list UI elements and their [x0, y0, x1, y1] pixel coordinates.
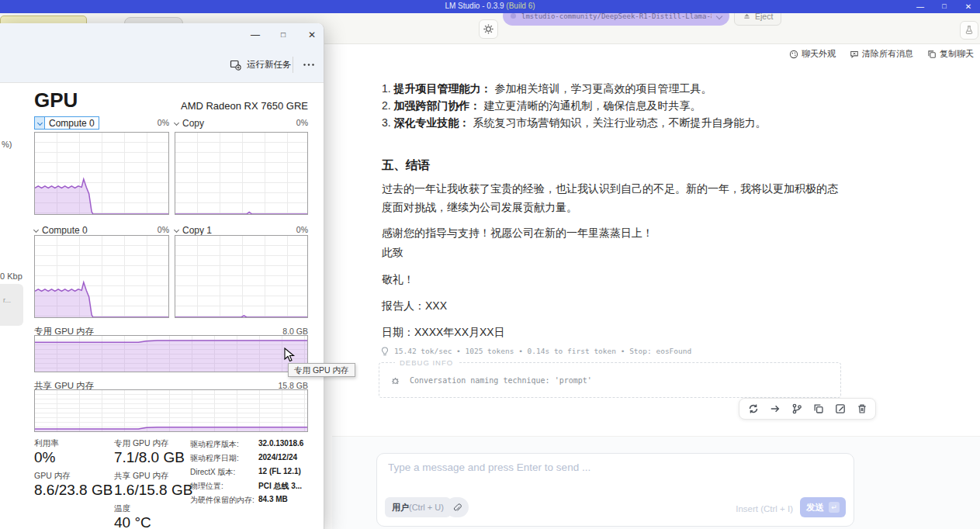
dedicated-memory-chart[interactable] — [34, 335, 308, 372]
edit-button[interactable] — [834, 403, 846, 415]
run-new-task-label: 运行新任务 — [247, 59, 292, 71]
stat-label: 专用 GPU 内存 — [114, 438, 169, 449]
maximize-icon[interactable]: □ — [933, 0, 956, 13]
message-actions — [739, 398, 876, 420]
clear-messages-label: 清除所有消息 — [862, 48, 913, 60]
stat-label: GPU 内存 — [34, 471, 71, 482]
task-manager-toolbar: 运行新任务 — [0, 47, 324, 83]
toolbar-divider — [293, 57, 293, 73]
settings-button[interactable] — [479, 19, 498, 39]
stat-label: 利用率 — [34, 438, 59, 449]
copy-chat-button[interactable]: 复制聊天 — [927, 48, 974, 60]
engine-utilization: 0% — [146, 225, 169, 234]
shared-memory-chart[interactable] — [34, 389, 308, 432]
continue-arrow-icon — [770, 403, 781, 414]
regenerate-button[interactable] — [747, 403, 759, 415]
return-key-icon: ↵ — [829, 502, 840, 513]
minimize-icon[interactable]: — — [909, 0, 932, 13]
paragraph: 此致 — [382, 244, 838, 262]
gpu-copy1-chart[interactable] — [175, 235, 308, 318]
stats-text: 15.42 tok/sec • 1025 tokens • 0.14s to f… — [394, 347, 691, 355]
mouse-cursor-icon — [284, 347, 296, 363]
continue-button[interactable] — [769, 403, 781, 415]
gpu-page-title: GPU — [34, 88, 78, 112]
debug-text: Conversation naming technique: 'prompt' — [410, 376, 592, 385]
developer-button[interactable] — [960, 21, 978, 40]
branch-button[interactable] — [791, 403, 802, 415]
list-item: 3. 深化专业技能： 系统复习市场营销知识，关注行业动态，不断提升自身能力。 — [382, 116, 847, 130]
debug-info-box: DEBUG INFO Conversation naming technique… — [379, 362, 841, 398]
tm-close-icon[interactable]: ✕ — [302, 26, 322, 43]
copy-message-button[interactable] — [812, 403, 824, 415]
gear-icon — [483, 23, 494, 35]
copy-chat-icon — [927, 50, 937, 59]
chat-appearance-button[interactable]: 聊天外观 — [789, 48, 836, 60]
run-new-task-button[interactable]: 运行新任务 — [227, 55, 295, 74]
palette-icon — [789, 50, 798, 59]
chevron-down-icon — [174, 227, 179, 233]
attach-file-button[interactable] — [445, 497, 469, 517]
tm-minimize-icon[interactable]: — — [245, 26, 265, 43]
chevron-down-icon — [174, 120, 179, 126]
chevron-down-icon — [716, 12, 722, 19]
edit-icon — [835, 403, 846, 414]
model-name: lmstudio-community/DeepSeek-R1-Distill-L… — [521, 12, 712, 20]
task-manager-window: — □ ✕ 运行新任务 %) 0 Kbp — [0, 23, 324, 529]
branch-icon — [791, 403, 802, 414]
chat-appearance-label: 聊天外观 — [802, 48, 836, 60]
build-label: (Build 6) — [506, 2, 535, 10]
stat-value: 40 °C — [114, 514, 151, 529]
run-new-task-icon — [230, 59, 241, 71]
clear-messages-icon — [850, 50, 859, 59]
engine-selector-compute0[interactable]: Compute 0 — [34, 116, 99, 130]
chat-toolbar: 聊天外观 清除所有消息 复制聊天 — [789, 48, 974, 60]
sidebar-fragment: %) — [2, 140, 12, 149]
delete-icon — [857, 403, 867, 414]
message-input-box[interactable]: 用户 (Ctrl + U) Insert (Ctrl + I) 发送 ↵ — [376, 453, 854, 527]
lightbulb-icon — [380, 346, 390, 356]
tm-maximize-icon[interactable]: □ — [273, 26, 293, 43]
detail-value: 12 (FL 12.1) — [258, 467, 301, 475]
clear-messages-button[interactable]: 清除所有消息 — [850, 48, 913, 60]
gpu-copy-chart[interactable] — [175, 132, 308, 215]
more-options-button[interactable] — [298, 55, 320, 74]
detail-value: PCI 总线 3... — [258, 481, 302, 492]
paragraph: 敬礼！ — [382, 271, 838, 289]
insert-button[interactable]: Insert (Ctrl + I) — [736, 504, 793, 513]
screen: LM Studio - 0.3.9 (Build 6) — □ ✕ lmstud… — [0, 0, 980, 529]
detail-value: 84.3 MB — [258, 495, 288, 503]
close-icon[interactable]: ✕ — [957, 0, 980, 13]
stat-value: 8.6/23.8 GB — [34, 482, 113, 499]
window-title: LM Studio - 0.3.9 (Build 6) — [0, 2, 980, 10]
engine-selector-copy[interactable]: Copy — [175, 116, 204, 130]
detail-label: 为硬件保留的内存: — [190, 495, 257, 506]
stat-value: 0% — [34, 449, 55, 466]
detail-label: 物理位置: — [190, 481, 257, 492]
list-item: 1. 提升项目管理能力： 参加相关培训，学习更高效的项目管理工具。 — [382, 82, 847, 96]
send-button[interactable]: 发送 ↵ — [800, 497, 846, 517]
sidebar-selected-item[interactable]: r... — [0, 284, 23, 326]
list-item: 2. 加强跨部门协作： 建立更清晰的沟通机制，确保信息及时共享。 — [382, 99, 847, 113]
paragraph: 日期：XXXX年XX月XX日 — [382, 323, 838, 342]
user-role-button[interactable]: 用户 (Ctrl + U) — [385, 497, 451, 517]
model-status-dot-icon — [511, 13, 516, 19]
detail-value: 32.0.13018.6 — [258, 439, 303, 448]
lmstudio-titlebar: LM Studio - 0.3.9 (Build 6) — □ ✕ — [0, 0, 980, 13]
copy-icon — [813, 403, 824, 414]
generation-stats: 15.42 tok/sec • 1025 tokens • 0.14s to f… — [380, 346, 691, 356]
gpu-compute0-chart[interactable] — [34, 132, 169, 215]
memory-tooltip: 专用 GPU 内存 — [288, 363, 355, 377]
detail-label: 驱动程序日期: — [190, 453, 257, 464]
paragraph: 感谢您的指导与支持！祝愿公司在新的一年里蒸蒸日上！ — [382, 224, 838, 243]
flask-icon — [964, 25, 975, 36]
stat-value: 1.6/15.8 GB — [114, 482, 192, 499]
paragraph: 过去的一年让我收获了宝贵的经验，也让我认识到自己的不足。新的一年，我将以更加积极… — [382, 180, 838, 216]
task-manager-titlebar: — □ ✕ — [0, 23, 324, 47]
delete-button[interactable] — [856, 403, 867, 415]
message-input[interactable] — [388, 462, 822, 473]
detail-label: 驱动程序版本: — [190, 439, 257, 450]
engine-utilization: 0% — [146, 118, 169, 127]
gpu-compute0b-chart[interactable] — [34, 235, 169, 318]
stat-label: 温度 — [114, 503, 130, 514]
stat-value: 7.1/8.0 GB — [114, 449, 185, 466]
